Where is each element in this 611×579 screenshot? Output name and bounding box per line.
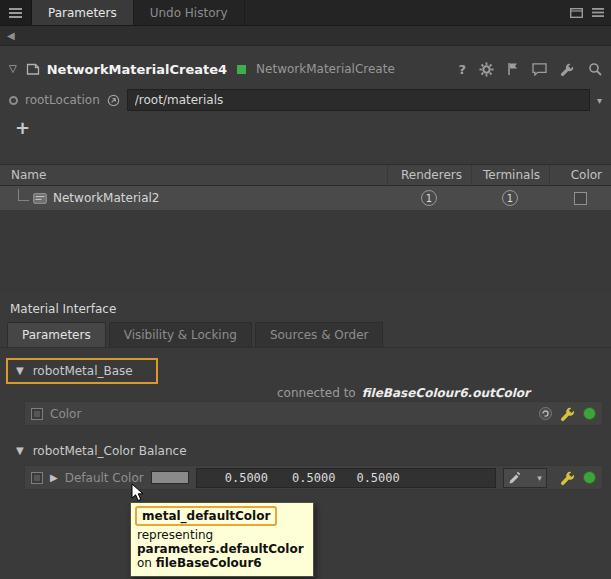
group-expand-icon[interactable]: ▼ <box>16 366 24 376</box>
tab-parameters[interactable]: Parameters <box>32 0 134 25</box>
tab-parameters-label: Parameters <box>48 6 117 20</box>
connected-prefix: connected to <box>277 386 356 400</box>
eyedropper-icon <box>508 471 522 485</box>
group-header-robotmetal-base[interactable]: ▼ robotMetal_Base <box>0 358 611 384</box>
network-material-icon <box>33 193 47 204</box>
header-name: Name <box>0 168 387 182</box>
node-title: NetworkMaterialCreate4 <box>47 62 227 77</box>
param-state-icon[interactable] <box>9 96 18 105</box>
material-interface-title: Material Interface <box>0 292 611 316</box>
search-icon[interactable] <box>588 62 602 76</box>
location-picker-icon[interactable] <box>107 94 120 107</box>
renderers-count-badge: 1 <box>421 190 437 206</box>
root-location-input[interactable] <box>127 89 590 111</box>
flag-icon[interactable] <box>507 62 519 76</box>
connected-indicator-icon <box>583 407 596 420</box>
tab-sources-order[interactable]: Sources & Order <box>255 322 384 347</box>
node-type-icon <box>26 63 40 76</box>
tab-undo-history[interactable]: Undo History <box>134 0 245 25</box>
pane-options-icon[interactable] <box>592 8 604 17</box>
tooltip-param-name: metal_defaultColor <box>135 506 277 526</box>
color-checkbox[interactable] <box>574 192 587 205</box>
root-location-label: rootLocation <box>25 93 100 107</box>
network-materials-table: Name Renderers Terminals Color NetworkMa… <box>0 164 611 292</box>
tooltip: metal_defaultColor representing paramete… <box>130 502 314 577</box>
color-param-row[interactable]: Color <box>24 401 603 426</box>
row-actions <box>538 406 596 422</box>
value-g[interactable]: 0.5000 <box>292 471 335 485</box>
node-type-label: NetworkMaterialCreate <box>256 62 395 76</box>
color-param-label: Color <box>50 407 81 421</box>
node-edit-flag-badge <box>237 65 246 74</box>
wrench-yellow-icon[interactable] <box>560 470 576 486</box>
color-swatch[interactable] <box>151 471 189 484</box>
connected-indicator-icon <box>583 471 596 484</box>
tooltip-on-prefix: on <box>137 556 152 570</box>
row-actions <box>560 470 596 486</box>
connection-info-row: connected to fileBaseColour6.outColor <box>0 385 611 400</box>
table-body: NetworkMaterial2 1 1 <box>0 186 611 292</box>
state-badge-icon[interactable] <box>538 406 553 421</box>
hamburger-icon <box>9 8 22 18</box>
pane-menu-button[interactable] <box>0 0 32 25</box>
history-nav-strip: ◀ <box>0 26 611 46</box>
tooltip-source-param: parameters.defaultColor <box>137 542 304 556</box>
table-header: Name Renderers Terminals Color <box>0 164 611 186</box>
node-header: ▽ NetworkMaterialCreate4 NetworkMaterial… <box>0 54 611 84</box>
pane-tab-bar: Parameters Undo History <box>0 0 611 26</box>
value-b[interactable]: 0.5000 <box>356 471 399 485</box>
terminals-count-badge: 1 <box>502 190 518 206</box>
tree-branch-icon <box>18 189 29 201</box>
root-location-dropdown-icon[interactable]: ▾ <box>597 95 602 106</box>
default-color-param-row[interactable]: ▶ Default Color 0.5000 0.5000 0.5000 ▾ <box>24 465 603 490</box>
selection-highlight-box: ▼ robotMetal_Base <box>6 358 158 384</box>
tab-visibility-locking[interactable]: Visibility & Locking <box>109 322 252 347</box>
wrench-icon[interactable] <box>560 62 575 77</box>
default-color-expand-icon[interactable]: ▶ <box>50 473 58 483</box>
header-terminals: Terminals <box>471 165 549 185</box>
pane-controls <box>570 0 611 25</box>
group-expand-icon[interactable]: ▼ <box>16 446 24 456</box>
header-color: Color <box>549 165 611 185</box>
row-name-cell: NetworkMaterial2 <box>0 186 387 210</box>
param-widget-icon[interactable] <box>31 472 43 484</box>
color-values-field[interactable]: 0.5000 0.5000 0.5000 <box>196 468 496 488</box>
connected-target: fileBaseColour6.outColor <box>362 386 530 400</box>
root-location-row: rootLocation ▾ <box>0 86 611 114</box>
add-row: + <box>0 116 611 140</box>
parameters-pane: Parameters Undo History ◀ ▽ NetworkMater… <box>0 0 611 579</box>
group-label: robotMetal_Color Balance <box>33 444 187 458</box>
tooltip-line-on: on fileBaseColour6 <box>137 556 304 570</box>
mouse-cursor-icon <box>131 483 145 506</box>
tooltip-line-representing: representing <box>137 528 304 542</box>
tab-visibility-locking-label: Visibility & Locking <box>124 328 237 342</box>
picker-dropdown-icon[interactable]: ▾ <box>537 473 542 483</box>
tab-mi-parameters-label: Parameters <box>22 328 91 342</box>
tab-undo-history-label: Undo History <box>150 6 228 20</box>
table-row[interactable]: NetworkMaterial2 1 1 <box>0 186 611 210</box>
value-r[interactable]: 0.5000 <box>225 471 268 485</box>
group-header-robotmetal-color-balance[interactable]: ▼ robotMetal_Color Balance <box>0 440 611 462</box>
tab-mi-parameters[interactable]: Parameters <box>7 322 106 347</box>
pane-frame-icon[interactable] <box>570 8 583 18</box>
tab-sources-order-label: Sources & Order <box>270 328 369 342</box>
comment-icon[interactable] <box>532 63 547 76</box>
group-label: robotMetal_Base <box>33 364 133 378</box>
node-collapse-icon[interactable]: ▽ <box>9 64 17 74</box>
color-picker-button[interactable]: ▾ <box>503 468 547 488</box>
add-button[interactable]: + <box>15 119 30 137</box>
wrench-yellow-icon[interactable] <box>560 406 576 422</box>
tooltip-source-node: fileBaseColour6 <box>156 556 262 570</box>
material-interface-content: ▼ robotMetal_Base connected to fileBaseC… <box>0 348 611 490</box>
header-renderers: Renderers <box>387 165 471 185</box>
help-icon[interactable]: ? <box>458 62 466 77</box>
gear-icon[interactable] <box>479 62 494 77</box>
node-header-toolbar: ? <box>458 62 602 77</box>
param-widget-icon[interactable] <box>31 408 43 420</box>
back-button[interactable]: ◀ <box>7 30 15 41</box>
material-interface-tabs: Parameters Visibility & Locking Sources … <box>0 322 611 348</box>
row-name: NetworkMaterial2 <box>53 191 160 205</box>
